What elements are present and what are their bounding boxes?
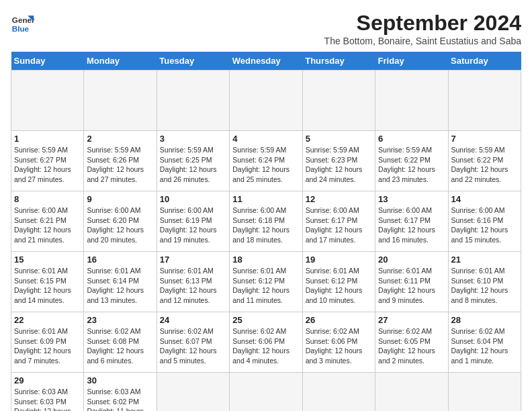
- day-info: Sunrise: 6:00 AMSunset: 6:19 PMDaylight:…: [160, 205, 226, 245]
- day-info: Sunrise: 6:01 AMSunset: 6:12 PMDaylight:…: [232, 266, 299, 306]
- calendar-day-cell: 11Sunrise: 6:00 AMSunset: 6:18 PMDayligh…: [230, 191, 302, 252]
- day-number: 19: [306, 255, 372, 265]
- calendar-day-cell: [157, 71, 229, 131]
- calendar-day-cell: 20Sunrise: 6:01 AMSunset: 6:11 PMDayligh…: [375, 252, 448, 312]
- day-info: Sunrise: 6:03 AMSunset: 6:03 PMDaylight:…: [14, 387, 81, 411]
- calendar-week-row: 22Sunrise: 6:01 AMSunset: 6:09 PMDayligh…: [11, 312, 521, 373]
- day-number: 14: [451, 194, 518, 204]
- calendar-day-cell: [157, 373, 229, 412]
- calendar-day-cell: [375, 373, 448, 412]
- calendar-day-cell: [375, 71, 448, 131]
- day-number: 5: [306, 134, 372, 144]
- day-number: 3: [160, 134, 226, 144]
- calendar-day-cell: [11, 71, 84, 131]
- day-of-week-header: Saturday: [448, 52, 521, 71]
- day-number: 11: [232, 194, 299, 204]
- day-number: 25: [232, 315, 299, 325]
- calendar-day-cell: [230, 373, 302, 412]
- day-number: 27: [378, 315, 445, 325]
- day-info: Sunrise: 6:02 AMSunset: 6:06 PMDaylight:…: [232, 326, 299, 366]
- day-number: 10: [160, 194, 226, 204]
- day-info: Sunrise: 6:03 AMSunset: 6:02 PMDaylight:…: [87, 387, 153, 411]
- calendar-day-cell: 16Sunrise: 6:01 AMSunset: 6:14 PMDayligh…: [84, 252, 157, 312]
- calendar-day-cell: 25Sunrise: 6:02 AMSunset: 6:06 PMDayligh…: [230, 312, 302, 373]
- day-number: 4: [232, 134, 299, 144]
- calendar-day-cell: [448, 373, 521, 412]
- day-number: 20: [378, 255, 445, 265]
- logo: General Blue: [11, 11, 35, 35]
- title-block: September 2024 The Bottom, Bonaire, Sain…: [324, 11, 521, 46]
- calendar-day-cell: 26Sunrise: 6:02 AMSunset: 6:06 PMDayligh…: [302, 312, 375, 373]
- day-info: Sunrise: 6:01 AMSunset: 6:15 PMDaylight:…: [14, 266, 81, 306]
- page-header: General Blue September 2024 The Bottom, …: [11, 11, 521, 46]
- day-of-week-header: Monday: [84, 52, 157, 71]
- day-of-week-header: Tuesday: [157, 52, 229, 71]
- day-number: 23: [87, 315, 153, 325]
- calendar-day-cell: 5Sunrise: 5:59 AMSunset: 6:23 PMDaylight…: [302, 131, 375, 191]
- calendar-week-row: 8Sunrise: 6:00 AMSunset: 6:21 PMDaylight…: [11, 191, 521, 252]
- calendar-day-cell: 4Sunrise: 5:59 AMSunset: 6:24 PMDaylight…: [230, 131, 302, 191]
- calendar-day-cell: 6Sunrise: 5:59 AMSunset: 6:22 PMDaylight…: [375, 131, 448, 191]
- day-info: Sunrise: 6:01 AMSunset: 6:13 PMDaylight:…: [160, 266, 226, 306]
- calendar-day-cell: 29Sunrise: 6:03 AMSunset: 6:03 PMDayligh…: [11, 373, 84, 412]
- day-number: 26: [306, 315, 372, 325]
- calendar-day-cell: 28Sunrise: 6:02 AMSunset: 6:04 PMDayligh…: [448, 312, 521, 373]
- calendar-day-cell: 1Sunrise: 5:59 AMSunset: 6:27 PMDaylight…: [11, 131, 84, 191]
- day-number: 16: [87, 255, 153, 265]
- day-info: Sunrise: 6:00 AMSunset: 6:18 PMDaylight:…: [232, 205, 299, 245]
- calendar-day-cell: [84, 71, 157, 131]
- day-number: 22: [14, 315, 81, 325]
- day-number: 21: [451, 255, 518, 265]
- calendar-day-cell: 14Sunrise: 6:00 AMSunset: 6:16 PMDayligh…: [448, 191, 521, 252]
- logo-icon: General Blue: [11, 11, 35, 35]
- day-number: 24: [160, 315, 226, 325]
- calendar-day-cell: 24Sunrise: 6:02 AMSunset: 6:07 PMDayligh…: [157, 312, 229, 373]
- calendar-day-cell: 10Sunrise: 6:00 AMSunset: 6:19 PMDayligh…: [157, 191, 229, 252]
- calendar-table: SundayMondayTuesdayWednesdayThursdayFrid…: [11, 52, 521, 411]
- day-number: 7: [451, 134, 518, 144]
- calendar-day-cell: 13Sunrise: 6:00 AMSunset: 6:17 PMDayligh…: [375, 191, 448, 252]
- calendar-day-cell: [302, 373, 375, 412]
- calendar-day-cell: 19Sunrise: 6:01 AMSunset: 6:12 PMDayligh…: [302, 252, 375, 312]
- calendar-day-cell: 30Sunrise: 6:03 AMSunset: 6:02 PMDayligh…: [84, 373, 157, 412]
- day-info: Sunrise: 6:00 AMSunset: 6:21 PMDaylight:…: [14, 205, 81, 245]
- calendar-day-cell: 3Sunrise: 5:59 AMSunset: 6:25 PMDaylight…: [157, 131, 229, 191]
- day-info: Sunrise: 6:00 AMSunset: 6:16 PMDaylight:…: [451, 205, 518, 245]
- calendar-day-cell: 7Sunrise: 5:59 AMSunset: 6:22 PMDaylight…: [448, 131, 521, 191]
- day-number: 17: [160, 255, 226, 265]
- day-info: Sunrise: 6:00 AMSunset: 6:17 PMDaylight:…: [306, 205, 372, 245]
- calendar-week-row: 29Sunrise: 6:03 AMSunset: 6:03 PMDayligh…: [11, 373, 521, 412]
- calendar-header-row: SundayMondayTuesdayWednesdayThursdayFrid…: [11, 52, 521, 71]
- day-number: 13: [378, 194, 445, 204]
- month-year: September 2024: [324, 11, 521, 36]
- day-number: 1: [14, 134, 81, 144]
- day-info: Sunrise: 6:00 AMSunset: 6:17 PMDaylight:…: [378, 205, 445, 245]
- day-number: 9: [87, 194, 153, 204]
- day-of-week-header: Wednesday: [230, 52, 302, 71]
- day-number: 6: [378, 134, 445, 144]
- calendar-day-cell: 22Sunrise: 6:01 AMSunset: 6:09 PMDayligh…: [11, 312, 84, 373]
- day-info: Sunrise: 6:02 AMSunset: 6:04 PMDaylight:…: [451, 326, 518, 366]
- day-info: Sunrise: 6:01 AMSunset: 6:12 PMDaylight:…: [306, 266, 372, 306]
- day-info: Sunrise: 5:59 AMSunset: 6:27 PMDaylight:…: [14, 145, 81, 185]
- calendar-day-cell: 8Sunrise: 6:00 AMSunset: 6:21 PMDaylight…: [11, 191, 84, 252]
- calendar-day-cell: 9Sunrise: 6:00 AMSunset: 6:20 PMDaylight…: [84, 191, 157, 252]
- calendar-day-cell: 18Sunrise: 6:01 AMSunset: 6:12 PMDayligh…: [230, 252, 302, 312]
- day-info: Sunrise: 5:59 AMSunset: 6:24 PMDaylight:…: [232, 145, 299, 185]
- day-of-week-header: Sunday: [11, 52, 84, 71]
- day-info: Sunrise: 6:01 AMSunset: 6:10 PMDaylight:…: [451, 266, 518, 306]
- calendar-day-cell: 2Sunrise: 5:59 AMSunset: 6:26 PMDaylight…: [84, 131, 157, 191]
- day-info: Sunrise: 6:02 AMSunset: 6:06 PMDaylight:…: [306, 326, 372, 366]
- calendar-day-cell: 12Sunrise: 6:00 AMSunset: 6:17 PMDayligh…: [302, 191, 375, 252]
- day-number: 15: [14, 255, 81, 265]
- calendar-day-cell: [230, 71, 302, 131]
- calendar-day-cell: 15Sunrise: 6:01 AMSunset: 6:15 PMDayligh…: [11, 252, 84, 312]
- day-info: Sunrise: 5:59 AMSunset: 6:25 PMDaylight:…: [160, 145, 226, 185]
- calendar-week-row: 1Sunrise: 5:59 AMSunset: 6:27 PMDaylight…: [11, 131, 521, 191]
- day-number: 28: [451, 315, 518, 325]
- calendar-day-cell: [302, 71, 375, 131]
- day-info: Sunrise: 5:59 AMSunset: 6:22 PMDaylight:…: [378, 145, 445, 185]
- day-info: Sunrise: 6:01 AMSunset: 6:11 PMDaylight:…: [378, 266, 445, 306]
- calendar-day-cell: 17Sunrise: 6:01 AMSunset: 6:13 PMDayligh…: [157, 252, 229, 312]
- day-number: 30: [87, 375, 153, 385]
